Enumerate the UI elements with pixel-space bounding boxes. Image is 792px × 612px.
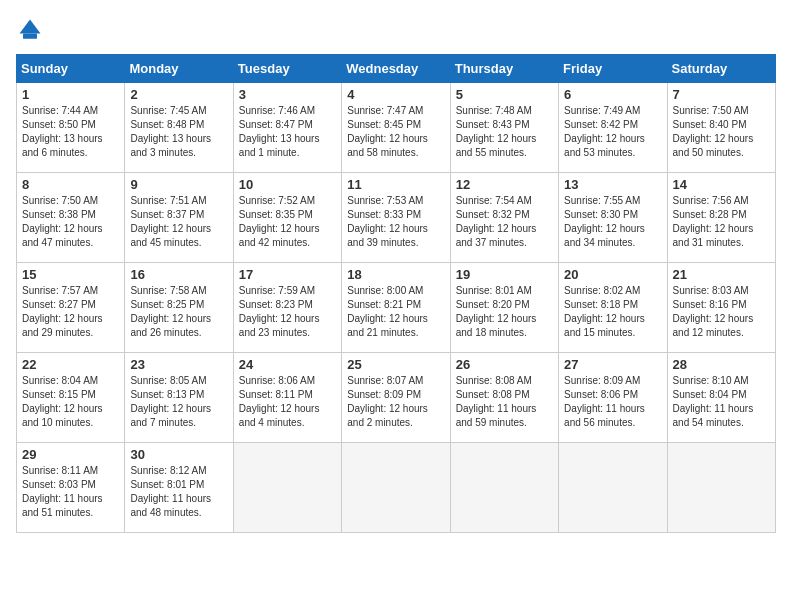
week-row-4: 22Sunrise: 8:04 AM Sunset: 8:15 PM Dayli… (17, 353, 776, 443)
header-thursday: Thursday (450, 55, 558, 83)
day-info: Sunrise: 7:49 AM Sunset: 8:42 PM Dayligh… (564, 104, 661, 160)
day-number: 17 (239, 267, 336, 282)
day-number: 22 (22, 357, 119, 372)
day-number: 8 (22, 177, 119, 192)
day-info: Sunrise: 7:52 AM Sunset: 8:35 PM Dayligh… (239, 194, 336, 250)
day-info: Sunrise: 7:57 AM Sunset: 8:27 PM Dayligh… (22, 284, 119, 340)
day-number: 10 (239, 177, 336, 192)
day-cell: 7Sunrise: 7:50 AM Sunset: 8:40 PM Daylig… (667, 83, 775, 173)
day-info: Sunrise: 8:11 AM Sunset: 8:03 PM Dayligh… (22, 464, 119, 520)
page-header (16, 16, 776, 44)
day-info: Sunrise: 8:09 AM Sunset: 8:06 PM Dayligh… (564, 374, 661, 430)
day-number: 6 (564, 87, 661, 102)
day-cell: 4Sunrise: 7:47 AM Sunset: 8:45 PM Daylig… (342, 83, 450, 173)
day-info: Sunrise: 7:46 AM Sunset: 8:47 PM Dayligh… (239, 104, 336, 160)
day-number: 26 (456, 357, 553, 372)
day-number: 16 (130, 267, 227, 282)
day-info: Sunrise: 8:05 AM Sunset: 8:13 PM Dayligh… (130, 374, 227, 430)
svg-marker-0 (20, 20, 41, 34)
day-cell: 6Sunrise: 7:49 AM Sunset: 8:42 PM Daylig… (559, 83, 667, 173)
day-cell (233, 443, 341, 533)
day-cell: 28Sunrise: 8:10 AM Sunset: 8:04 PM Dayli… (667, 353, 775, 443)
day-cell: 3Sunrise: 7:46 AM Sunset: 8:47 PM Daylig… (233, 83, 341, 173)
day-number: 23 (130, 357, 227, 372)
day-cell: 13Sunrise: 7:55 AM Sunset: 8:30 PM Dayli… (559, 173, 667, 263)
day-number: 11 (347, 177, 444, 192)
day-cell: 10Sunrise: 7:52 AM Sunset: 8:35 PM Dayli… (233, 173, 341, 263)
day-info: Sunrise: 8:10 AM Sunset: 8:04 PM Dayligh… (673, 374, 770, 430)
week-row-2: 8Sunrise: 7:50 AM Sunset: 8:38 PM Daylig… (17, 173, 776, 263)
calendar-table: SundayMondayTuesdayWednesdayThursdayFrid… (16, 54, 776, 533)
header-friday: Friday (559, 55, 667, 83)
day-number: 13 (564, 177, 661, 192)
day-info: Sunrise: 7:53 AM Sunset: 8:33 PM Dayligh… (347, 194, 444, 250)
day-info: Sunrise: 7:51 AM Sunset: 8:37 PM Dayligh… (130, 194, 227, 250)
day-info: Sunrise: 8:01 AM Sunset: 8:20 PM Dayligh… (456, 284, 553, 340)
day-cell: 5Sunrise: 7:48 AM Sunset: 8:43 PM Daylig… (450, 83, 558, 173)
week-row-5: 29Sunrise: 8:11 AM Sunset: 8:03 PM Dayli… (17, 443, 776, 533)
day-info: Sunrise: 7:50 AM Sunset: 8:38 PM Dayligh… (22, 194, 119, 250)
day-cell (450, 443, 558, 533)
day-cell (559, 443, 667, 533)
day-cell: 11Sunrise: 7:53 AM Sunset: 8:33 PM Dayli… (342, 173, 450, 263)
day-info: Sunrise: 7:45 AM Sunset: 8:48 PM Dayligh… (130, 104, 227, 160)
header-tuesday: Tuesday (233, 55, 341, 83)
day-cell: 18Sunrise: 8:00 AM Sunset: 8:21 PM Dayli… (342, 263, 450, 353)
svg-rect-1 (23, 34, 37, 39)
day-number: 1 (22, 87, 119, 102)
day-number: 4 (347, 87, 444, 102)
day-cell: 26Sunrise: 8:08 AM Sunset: 8:08 PM Dayli… (450, 353, 558, 443)
day-info: Sunrise: 8:00 AM Sunset: 8:21 PM Dayligh… (347, 284, 444, 340)
day-cell: 30Sunrise: 8:12 AM Sunset: 8:01 PM Dayli… (125, 443, 233, 533)
day-info: Sunrise: 8:06 AM Sunset: 8:11 PM Dayligh… (239, 374, 336, 430)
day-cell (342, 443, 450, 533)
day-number: 21 (673, 267, 770, 282)
day-cell: 2Sunrise: 7:45 AM Sunset: 8:48 PM Daylig… (125, 83, 233, 173)
day-number: 29 (22, 447, 119, 462)
day-number: 9 (130, 177, 227, 192)
day-info: Sunrise: 7:50 AM Sunset: 8:40 PM Dayligh… (673, 104, 770, 160)
header-monday: Monday (125, 55, 233, 83)
day-cell: 17Sunrise: 7:59 AM Sunset: 8:23 PM Dayli… (233, 263, 341, 353)
day-number: 24 (239, 357, 336, 372)
day-cell: 29Sunrise: 8:11 AM Sunset: 8:03 PM Dayli… (17, 443, 125, 533)
week-row-3: 15Sunrise: 7:57 AM Sunset: 8:27 PM Dayli… (17, 263, 776, 353)
day-number: 3 (239, 87, 336, 102)
calendar-header-row: SundayMondayTuesdayWednesdayThursdayFrid… (17, 55, 776, 83)
day-number: 30 (130, 447, 227, 462)
header-saturday: Saturday (667, 55, 775, 83)
logo-icon (16, 16, 44, 44)
day-cell: 20Sunrise: 8:02 AM Sunset: 8:18 PM Dayli… (559, 263, 667, 353)
day-number: 2 (130, 87, 227, 102)
day-number: 28 (673, 357, 770, 372)
day-info: Sunrise: 8:03 AM Sunset: 8:16 PM Dayligh… (673, 284, 770, 340)
day-info: Sunrise: 8:02 AM Sunset: 8:18 PM Dayligh… (564, 284, 661, 340)
day-info: Sunrise: 8:08 AM Sunset: 8:08 PM Dayligh… (456, 374, 553, 430)
day-number: 7 (673, 87, 770, 102)
day-number: 25 (347, 357, 444, 372)
logo (16, 16, 48, 44)
day-number: 27 (564, 357, 661, 372)
day-cell: 14Sunrise: 7:56 AM Sunset: 8:28 PM Dayli… (667, 173, 775, 263)
day-info: Sunrise: 7:59 AM Sunset: 8:23 PM Dayligh… (239, 284, 336, 340)
day-number: 19 (456, 267, 553, 282)
day-info: Sunrise: 8:12 AM Sunset: 8:01 PM Dayligh… (130, 464, 227, 520)
day-info: Sunrise: 7:48 AM Sunset: 8:43 PM Dayligh… (456, 104, 553, 160)
day-cell: 24Sunrise: 8:06 AM Sunset: 8:11 PM Dayli… (233, 353, 341, 443)
header-sunday: Sunday (17, 55, 125, 83)
day-number: 20 (564, 267, 661, 282)
day-info: Sunrise: 8:04 AM Sunset: 8:15 PM Dayligh… (22, 374, 119, 430)
day-number: 18 (347, 267, 444, 282)
day-cell (667, 443, 775, 533)
day-info: Sunrise: 7:55 AM Sunset: 8:30 PM Dayligh… (564, 194, 661, 250)
day-cell: 12Sunrise: 7:54 AM Sunset: 8:32 PM Dayli… (450, 173, 558, 263)
day-info: Sunrise: 7:54 AM Sunset: 8:32 PM Dayligh… (456, 194, 553, 250)
day-cell: 15Sunrise: 7:57 AM Sunset: 8:27 PM Dayli… (17, 263, 125, 353)
day-number: 15 (22, 267, 119, 282)
day-cell: 19Sunrise: 8:01 AM Sunset: 8:20 PM Dayli… (450, 263, 558, 353)
day-info: Sunrise: 7:44 AM Sunset: 8:50 PM Dayligh… (22, 104, 119, 160)
day-info: Sunrise: 7:56 AM Sunset: 8:28 PM Dayligh… (673, 194, 770, 250)
day-info: Sunrise: 8:07 AM Sunset: 8:09 PM Dayligh… (347, 374, 444, 430)
header-wednesday: Wednesday (342, 55, 450, 83)
day-cell: 22Sunrise: 8:04 AM Sunset: 8:15 PM Dayli… (17, 353, 125, 443)
